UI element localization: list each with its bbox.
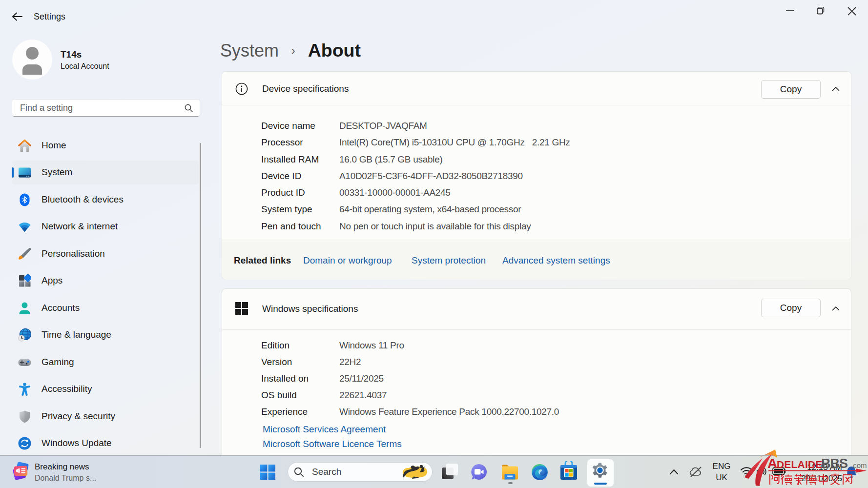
svg-text:A: A <box>767 456 777 471</box>
svg-text:.com: .com <box>851 461 867 469</box>
svg-text:DELAIDE: DELAIDE <box>777 459 823 470</box>
svg-text:BBS: BBS <box>821 456 847 471</box>
